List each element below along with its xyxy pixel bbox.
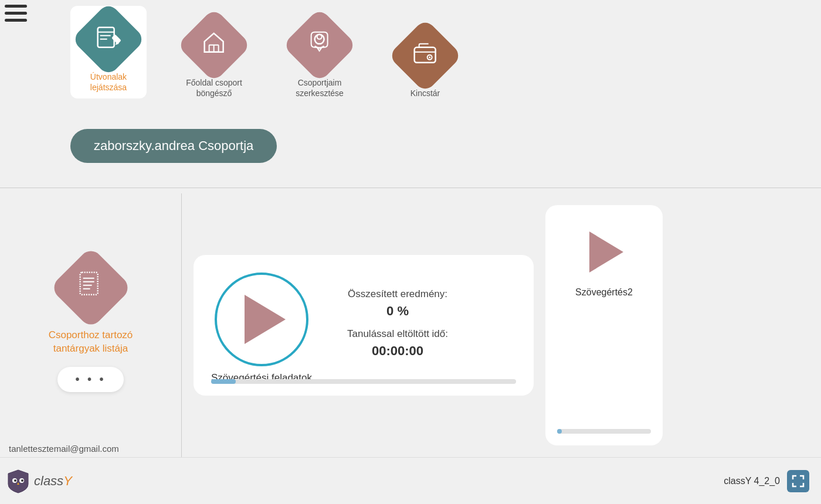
svg-point-9 — [317, 35, 322, 39]
nav-label-kincslar: Kincstár — [410, 88, 440, 98]
play-triangle-icon-2 — [589, 231, 623, 273]
nav-item-fooldal[interactable]: Főoldal csoportböngésző — [176, 19, 252, 98]
course-card-1: Szövegértési feladatok Összesített eredm… — [194, 255, 534, 396]
svg-rect-10 — [415, 47, 436, 63]
left-panel-label: Csoporthoz tartozótantárgyak listája — [49, 329, 133, 355]
bottom-right: classY 4_2_0 — [724, 470, 809, 492]
play-button-1[interactable] — [215, 273, 308, 366]
svg-rect-0 — [98, 28, 114, 47]
svg-point-21 — [21, 479, 23, 482]
progress-fill-2 — [557, 429, 562, 434]
nav-label-fooldal: Főoldal csoportböngésző — [186, 77, 242, 98]
stat-label-result: Összesített eredmény: — [347, 288, 448, 300]
content-area: Szövegértési feladatok Összesített eredm… — [182, 193, 821, 457]
email-text: tanlettesztemail@gmail.com — [9, 444, 119, 454]
play-triangle-icon-1 — [245, 295, 286, 344]
svg-point-12 — [429, 56, 431, 58]
progress-bar-1 — [211, 379, 516, 384]
branding: classY — [6, 469, 72, 493]
branding-text: classY — [34, 474, 72, 489]
group-header-text: zaborszky.andrea Csoportja — [94, 138, 253, 153]
version-text: classY 4_2_0 — [724, 476, 780, 486]
left-panel: Csoporthoz tartozótantárgyak listája • •… — [0, 193, 182, 457]
nav-item-kincslar[interactable]: Kincstár — [387, 29, 463, 98]
nav-row: Útvonalak lejátszása Főoldal csoportböng… — [70, 6, 463, 98]
svg-rect-13 — [80, 273, 98, 295]
group-header: zaborszky.andrea Csoportja — [70, 129, 277, 163]
nav-item-utvonalak[interactable]: Útvonalak lejátszása — [70, 6, 147, 98]
stats-area-1: Összesített eredmény: 0 % Tanulással elt… — [347, 288, 448, 368]
progress-fill-1 — [211, 379, 236, 384]
expand-button[interactable] — [787, 470, 809, 492]
play-button-2[interactable] — [575, 223, 633, 281]
bottom-bar: classY classY 4_2_0 — [0, 457, 821, 504]
stat-value-time: 00:00:00 — [347, 343, 448, 359]
more-button[interactable]: • • • — [57, 367, 123, 392]
nav-icon-utvonalak — [71, 2, 145, 76]
svg-point-20 — [14, 479, 16, 482]
stat-label-time: Tanulással eltöltött idő: — [347, 328, 448, 340]
classy-logo-icon — [6, 469, 30, 493]
nav-icon-kincslar — [388, 19, 462, 93]
progress-bar-2 — [557, 429, 651, 434]
left-panel-icon — [49, 247, 132, 329]
course-title-2: Szövegértés2 — [575, 287, 633, 298]
nav-icon-fooldal — [177, 8, 251, 82]
nav-icon-csoportjaim — [282, 8, 357, 82]
main-divider — [0, 188, 821, 188]
nav-label-csoportjaim: Csoportjaimszerkesztése — [296, 77, 344, 98]
stat-value-result: 0 % — [347, 304, 448, 319]
course-card-2: Szövegértés2 — [545, 205, 663, 445]
nav-label-utvonalak: Útvonalak lejátszása — [76, 71, 141, 93]
nav-item-csoportjaim[interactable]: Csoportjaimszerkesztése — [281, 19, 358, 98]
